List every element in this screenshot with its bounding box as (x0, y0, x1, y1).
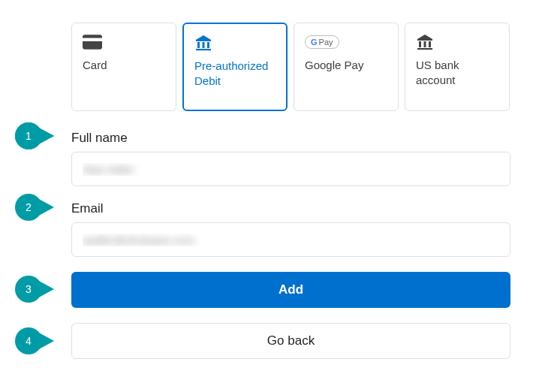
tab-google-pay[interactable]: G Pay Google Pay (294, 23, 399, 111)
step-marker-3: 3 (15, 276, 54, 303)
bank-icon (416, 34, 498, 50)
field-fullname: Full name (71, 131, 510, 186)
card-icon (83, 34, 165, 50)
tab-card[interactable]: Card (71, 23, 176, 111)
step-marker-2: 2 (15, 194, 54, 221)
tab-label: Google Pay (305, 58, 387, 73)
go-back-button[interactable]: Go back (71, 323, 510, 359)
tab-label: US bank account (416, 58, 498, 87)
svg-rect-8 (429, 41, 431, 47)
step-marker-1: 1 (15, 122, 54, 149)
tab-us-bank-account[interactable]: US bank account (405, 23, 510, 111)
svg-rect-4 (207, 42, 209, 48)
svg-rect-1 (83, 38, 102, 41)
tab-label: Pre-authorized Debit (194, 59, 276, 88)
svg-rect-5 (196, 49, 211, 50)
fullname-input[interactable] (71, 152, 510, 186)
bank-icon (194, 35, 276, 51)
step-marker-4: 4 (15, 327, 54, 354)
email-label: Email (71, 201, 510, 216)
form-area: Full name Email Add Go back (71, 131, 510, 359)
svg-rect-6 (419, 41, 421, 47)
add-button[interactable]: Add (71, 272, 510, 308)
email-input[interactable] (71, 222, 510, 257)
fullname-label: Full name (71, 131, 510, 146)
gpay-icon: G Pay (305, 34, 387, 50)
svg-rect-9 (417, 48, 432, 50)
svg-rect-7 (424, 41, 426, 47)
svg-rect-3 (203, 42, 205, 48)
svg-rect-2 (197, 42, 200, 48)
payment-method-tabs: Card Pre-authorized Debit G Pay Google P… (71, 23, 536, 111)
tab-label: Card (83, 58, 165, 73)
tab-pre-authorized-debit[interactable]: Pre-authorized Debit (182, 23, 288, 111)
svg-rect-0 (83, 35, 102, 50)
field-email: Email (71, 201, 510, 257)
